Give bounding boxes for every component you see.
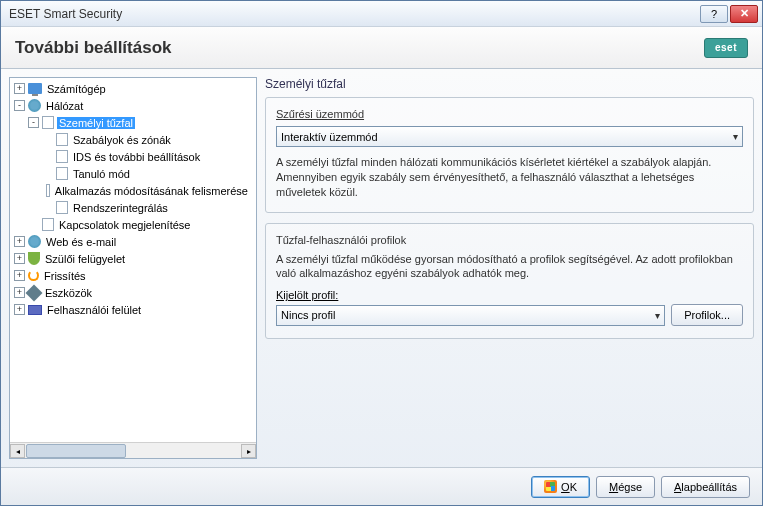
page-icon — [56, 167, 68, 180]
expand-icon[interactable]: + — [14, 83, 25, 94]
tree-item-7[interactable]: Rendszerintegrálás — [12, 199, 254, 216]
cancel-button[interactable]: MégseMégse — [596, 476, 655, 498]
globe-icon — [28, 99, 41, 112]
window-title: ESET Smart Security — [9, 7, 700, 21]
tree-spacer — [42, 202, 53, 213]
tree-panel: +Számítógép-Hálózat-Személyi tűzfalSzabá… — [9, 77, 257, 459]
tree-item-0[interactable]: +Számítógép — [12, 80, 254, 97]
tree-item-label: Web és e-mail — [44, 236, 118, 248]
tree-item-label: Rendszerintegrálás — [71, 202, 170, 214]
page-icon — [46, 184, 49, 197]
cancel-label: MégseMégse — [609, 481, 642, 493]
horizontal-scrollbar[interactable]: ◂ ▸ — [10, 442, 256, 458]
scroll-left-icon[interactable]: ◂ — [10, 444, 25, 458]
tree-item-4[interactable]: IDS és további beállítások — [12, 148, 254, 165]
tree-item-1[interactable]: -Hálózat — [12, 97, 254, 114]
profile-row: Nincs profil Profilok... — [276, 304, 743, 326]
tree-spacer — [42, 185, 43, 196]
tree-item-6[interactable]: Alkalmazás módosításának felismerése — [12, 182, 254, 199]
expand-icon[interactable]: + — [14, 270, 25, 281]
filter-description: A személyi tűzfal minden hálózati kommun… — [276, 155, 743, 200]
tree-item-label: Szabályok és zónák — [71, 134, 173, 146]
filter-mode-select[interactable]: Interaktív üzemmód — [276, 126, 743, 147]
tree-item-label: IDS és további beállítások — [71, 151, 202, 163]
page-icon — [42, 218, 54, 231]
collapse-icon[interactable]: - — [28, 117, 39, 128]
header: További beállítások eset — [1, 27, 762, 69]
tree-item-label: Tanuló mód — [71, 168, 132, 180]
tree-item-10[interactable]: +Szülői felügyelet — [12, 250, 254, 267]
page-icon — [42, 116, 54, 129]
tree-item-label: Kapcsolatok megjelenítése — [57, 219, 192, 231]
tree-item-3[interactable]: Szabályok és zónák — [12, 131, 254, 148]
tree-item-12[interactable]: +Eszközök — [12, 284, 254, 301]
profile-value: Nincs profil — [281, 309, 335, 321]
tree-spacer — [28, 219, 39, 230]
tree-spacer — [42, 134, 53, 145]
tree-item-8[interactable]: Kapcsolatok megjelenítése — [12, 216, 254, 233]
tree-item-2[interactable]: -Személyi tűzfal — [12, 114, 254, 131]
tree-item-label: Számítógép — [45, 83, 108, 95]
tree-item-label: Alkalmazás módosításának felismerése — [53, 185, 250, 197]
ok-label: OOKK — [561, 481, 577, 493]
tree-item-label: Felhasználói felület — [45, 304, 143, 316]
close-button[interactable]: ✕ — [730, 5, 758, 23]
refresh-icon — [28, 270, 39, 281]
tree-spacer — [42, 168, 53, 179]
titlebar: ESET Smart Security ? ✕ — [1, 1, 762, 27]
tree-item-11[interactable]: +Frissítés — [12, 267, 254, 284]
tree-spacer — [42, 151, 53, 162]
shield-icon — [28, 252, 40, 265]
close-icon: ✕ — [740, 7, 749, 20]
filter-legend: Szűrési üzemmód — [276, 108, 743, 120]
scroll-right-icon[interactable]: ▸ — [241, 444, 256, 458]
content: +Számítógép-Hálózat-Személyi tűzfalSzabá… — [1, 69, 762, 467]
tools-icon — [26, 284, 43, 301]
tree-item-label: Hálózat — [44, 100, 85, 112]
monitor-icon — [28, 83, 42, 94]
eset-logo: eset — [704, 38, 748, 58]
tree-item-13[interactable]: +Felhasználói felület — [12, 301, 254, 318]
tree-item-label: Szülői felügyelet — [43, 253, 127, 265]
filter-legend-text: Szűrési üzemmód — [276, 108, 364, 120]
expand-icon[interactable]: + — [14, 304, 25, 315]
shield-icon — [544, 480, 557, 493]
tree-item-9[interactable]: +Web és e-mail — [12, 233, 254, 250]
tree-item-label: Frissítés — [42, 270, 88, 282]
default-button[interactable]: AlapbeállításAlapbeállítás — [661, 476, 750, 498]
filter-mode-value: Interaktív üzemmód — [281, 131, 378, 143]
page-icon — [56, 133, 68, 146]
ui-icon — [28, 305, 42, 315]
main-panel: Személyi tűzfal Szűrési üzemmód Interakt… — [265, 77, 754, 459]
expand-icon[interactable]: + — [14, 253, 25, 264]
profiles-button[interactable]: Profilok... — [671, 304, 743, 326]
section-title: Személyi tűzfal — [265, 77, 754, 91]
page-icon — [56, 150, 68, 163]
default-label: AlapbeállításAlapbeállítás — [674, 481, 737, 493]
profiles-group: Tűzfal-felhasználói profilok A személyi … — [265, 223, 754, 340]
expand-icon[interactable]: + — [14, 287, 25, 298]
help-button[interactable]: ? — [700, 5, 728, 23]
titlebar-buttons: ? ✕ — [700, 5, 758, 23]
filter-group: Szűrési üzemmód Interaktív üzemmód A sze… — [265, 97, 754, 213]
footer: OOKK MégseMégse AlapbeállításAlapbeállít… — [1, 467, 762, 505]
ok-button[interactable]: OOKK — [531, 476, 590, 498]
collapse-icon[interactable]: - — [14, 100, 25, 111]
tree-item-label: Eszközök — [43, 287, 94, 299]
app-window: ESET Smart Security ? ✕ További beállítá… — [0, 0, 763, 506]
profile-select[interactable]: Nincs profil — [276, 305, 665, 326]
tree-item-5[interactable]: Tanuló mód — [12, 165, 254, 182]
nav-tree[interactable]: +Számítógép-Hálózat-Személyi tűzfalSzabá… — [10, 78, 256, 442]
page-title: További beállítások — [15, 38, 172, 58]
globe-icon — [28, 235, 41, 248]
scroll-thumb[interactable] — [26, 444, 126, 458]
tree-item-label: Személyi tűzfal — [57, 117, 135, 129]
expand-icon[interactable]: + — [14, 236, 25, 247]
profiles-description: A személyi tűzfal működése gyorsan módos… — [276, 252, 743, 282]
profiles-legend: Tűzfal-felhasználói profilok — [276, 234, 743, 246]
selected-profile-label: Kijelölt profil: — [276, 289, 743, 301]
profiles-button-label: Profilok... — [684, 309, 730, 321]
page-icon — [56, 201, 68, 214]
